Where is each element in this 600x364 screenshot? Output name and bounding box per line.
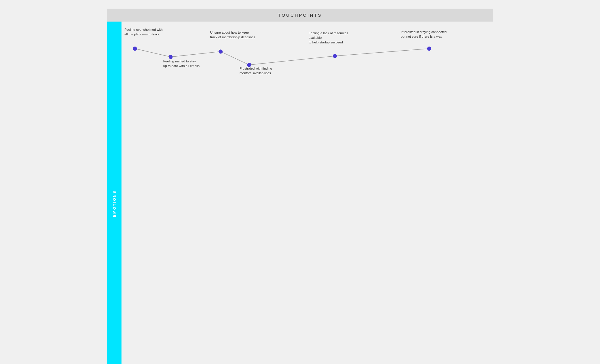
emotion-label-6: Interested in staying connectedbut not s… (401, 30, 447, 39)
emotion-node-3: Unsure about how to keeptrack of members… (210, 30, 255, 39)
emotion-node-2: Feeling rushed to stayup to date with al… (163, 59, 200, 68)
emotion-node-6: Interested in staying connectedbut not s… (401, 30, 447, 39)
emotions-label: EMOTIONS (107, 22, 121, 364)
emotion-label-3: Unsure about how to keeptrack of members… (210, 30, 255, 39)
emotion-node-1: Feeling overwhelmed withall the platform… (124, 27, 163, 37)
emotion-node-4: Frustrated with findingmentors' availabi… (240, 66, 272, 75)
diagram-container: TOUCHPOINTS EMOTIONS (101, 0, 499, 364)
emotion-node-5: Feeling a lack of resources availableto … (309, 31, 355, 45)
svg-point-2 (219, 49, 223, 53)
emotions-graph: Feeling overwhelmed withall the platform… (124, 27, 490, 79)
emotions-label-col: EMOTIONS (107, 22, 121, 364)
emotions-row: EMOTIONS Feeling overwhelmed withall th (107, 22, 493, 364)
emotion-label-1: Feeling overwhelmed withall the platform… (124, 27, 163, 37)
svg-point-0 (133, 47, 137, 51)
svg-point-1 (169, 55, 173, 59)
touchpoints-header: TOUCHPOINTS (107, 9, 493, 22)
svg-point-4 (333, 54, 337, 58)
emotion-label-5: Feeling a lack of resources availableto … (309, 31, 355, 45)
svg-point-5 (427, 47, 431, 51)
emotion-label-2: Feeling rushed to stayup to date with al… (163, 59, 200, 68)
emotions-content: Feeling overwhelmed withall the platform… (121, 22, 493, 79)
emotion-label-4: Frustrated with findingmentors' availabi… (240, 66, 272, 75)
touchpoints-label: TOUCHPOINTS (278, 13, 322, 18)
